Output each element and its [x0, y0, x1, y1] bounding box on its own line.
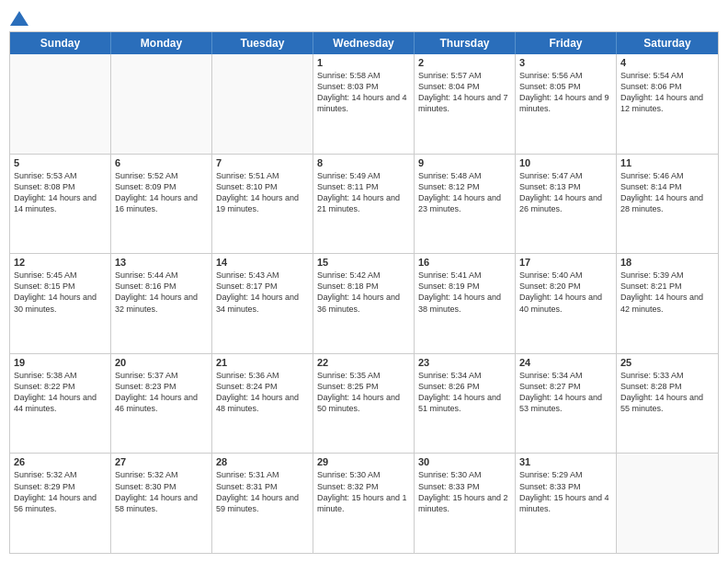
cal-cell: 24Sunrise: 5:34 AMSunset: 8:27 PMDayligh…: [516, 354, 617, 454]
day-number: 21: [216, 357, 309, 368]
cal-cell: 13Sunrise: 5:44 AMSunset: 8:16 PMDayligh…: [111, 254, 212, 353]
cal-cell: [617, 454, 718, 553]
logo-icon: [10, 9, 28, 28]
cal-cell: 8Sunrise: 5:49 AMSunset: 8:11 PMDaylight…: [313, 155, 415, 254]
cal-cell: 4Sunrise: 5:54 AMSunset: 8:06 PMDaylight…: [617, 54, 718, 154]
cell-info: Sunrise: 5:30 AMSunset: 8:32 PMDaylight:…: [317, 469, 410, 514]
cell-info: Sunrise: 5:33 AMSunset: 8:28 PMDaylight:…: [620, 370, 714, 415]
cal-cell: 31Sunrise: 5:29 AMSunset: 8:33 PMDayligh…: [516, 454, 617, 553]
day-number: 24: [519, 357, 612, 368]
cell-info: Sunrise: 5:38 AMSunset: 8:22 PMDaylight:…: [14, 370, 107, 415]
cell-info: Sunrise: 5:34 AMSunset: 8:27 PMDaylight:…: [519, 370, 612, 415]
cell-info: Sunrise: 5:36 AMSunset: 8:24 PMDaylight:…: [216, 370, 309, 415]
week-row-2: 5Sunrise: 5:53 AMSunset: 8:08 PMDaylight…: [10, 155, 718, 255]
cal-cell: [212, 54, 313, 154]
calendar-header: SundayMondayTuesdayWednesdayThursdayFrid…: [10, 32, 718, 54]
day-number: 27: [115, 456, 208, 467]
day-number: 30: [418, 456, 511, 467]
cal-cell: 6Sunrise: 5:52 AMSunset: 8:09 PMDaylight…: [111, 155, 212, 254]
cell-info: Sunrise: 5:51 AMSunset: 8:10 PMDaylight:…: [216, 170, 309, 215]
day-number: 8: [317, 157, 410, 168]
calendar-body: 1Sunrise: 5:58 AMSunset: 8:03 PMDaylight…: [10, 54, 718, 553]
cell-info: Sunrise: 5:45 AMSunset: 8:15 PMDaylight:…: [14, 270, 107, 315]
day-header-saturday: Saturday: [617, 32, 718, 54]
cell-info: Sunrise: 5:31 AMSunset: 8:31 PMDaylight:…: [216, 469, 309, 514]
day-number: 9: [418, 157, 511, 168]
cell-info: Sunrise: 5:34 AMSunset: 8:26 PMDaylight:…: [418, 370, 511, 415]
day-number: 26: [14, 456, 107, 467]
day-number: 2: [418, 57, 511, 68]
cell-info: Sunrise: 5:49 AMSunset: 8:11 PMDaylight:…: [317, 170, 410, 215]
logo: [9, 9, 28, 24]
cell-info: Sunrise: 5:46 AMSunset: 8:14 PMDaylight:…: [620, 170, 714, 215]
cell-info: Sunrise: 5:48 AMSunset: 8:12 PMDaylight:…: [418, 170, 511, 215]
cal-cell: 23Sunrise: 5:34 AMSunset: 8:26 PMDayligh…: [415, 354, 516, 454]
cell-info: Sunrise: 5:54 AMSunset: 8:06 PMDaylight:…: [620, 70, 714, 115]
cell-info: Sunrise: 5:47 AMSunset: 8:13 PMDaylight:…: [519, 170, 612, 215]
cal-cell: 27Sunrise: 5:32 AMSunset: 8:30 PMDayligh…: [111, 454, 212, 553]
day-number: 19: [14, 357, 107, 368]
cell-info: Sunrise: 5:35 AMSunset: 8:25 PMDaylight:…: [317, 370, 410, 415]
day-number: 23: [418, 357, 511, 368]
day-number: 3: [519, 57, 612, 68]
cell-info: Sunrise: 5:29 AMSunset: 8:33 PMDaylight:…: [519, 469, 612, 514]
day-number: 18: [620, 257, 714, 268]
week-row-3: 12Sunrise: 5:45 AMSunset: 8:15 PMDayligh…: [10, 254, 718, 354]
cell-info: Sunrise: 5:42 AMSunset: 8:18 PMDaylight:…: [317, 270, 410, 315]
cell-info: Sunrise: 5:43 AMSunset: 8:17 PMDaylight:…: [216, 270, 309, 315]
cal-cell: [10, 54, 111, 154]
cal-cell: 7Sunrise: 5:51 AMSunset: 8:10 PMDaylight…: [212, 155, 313, 254]
cell-info: Sunrise: 5:44 AMSunset: 8:16 PMDaylight:…: [115, 270, 208, 315]
cal-cell: 9Sunrise: 5:48 AMSunset: 8:12 PMDaylight…: [415, 155, 516, 254]
cell-info: Sunrise: 5:52 AMSunset: 8:09 PMDaylight:…: [115, 170, 208, 215]
day-number: 4: [620, 57, 714, 68]
week-row-5: 26Sunrise: 5:32 AMSunset: 8:29 PMDayligh…: [10, 454, 718, 553]
cal-cell: 18Sunrise: 5:39 AMSunset: 8:21 PMDayligh…: [617, 254, 718, 353]
cell-info: Sunrise: 5:32 AMSunset: 8:30 PMDaylight:…: [115, 469, 208, 514]
day-number: 11: [620, 157, 714, 168]
calendar: SundayMondayTuesdayWednesdayThursdayFrid…: [9, 31, 719, 554]
cal-cell: 10Sunrise: 5:47 AMSunset: 8:13 PMDayligh…: [516, 155, 617, 254]
day-number: 14: [216, 257, 309, 268]
day-number: 10: [519, 157, 612, 168]
day-number: 22: [317, 357, 410, 368]
cell-info: Sunrise: 5:57 AMSunset: 8:04 PMDaylight:…: [418, 70, 511, 115]
cal-cell: 16Sunrise: 5:41 AMSunset: 8:19 PMDayligh…: [415, 254, 516, 353]
cal-cell: 11Sunrise: 5:46 AMSunset: 8:14 PMDayligh…: [617, 155, 718, 254]
day-number: 7: [216, 157, 309, 168]
day-number: 17: [519, 257, 612, 268]
day-header-friday: Friday: [516, 32, 617, 54]
day-number: 13: [115, 257, 208, 268]
cal-cell: 5Sunrise: 5:53 AMSunset: 8:08 PMDaylight…: [10, 155, 111, 254]
cal-cell: 30Sunrise: 5:30 AMSunset: 8:33 PMDayligh…: [415, 454, 516, 553]
day-number: 28: [216, 456, 309, 467]
cal-cell: 20Sunrise: 5:37 AMSunset: 8:23 PMDayligh…: [111, 354, 212, 454]
cal-cell: 28Sunrise: 5:31 AMSunset: 8:31 PMDayligh…: [212, 454, 313, 553]
day-number: 29: [317, 456, 410, 467]
day-number: 12: [14, 257, 107, 268]
cal-cell: 12Sunrise: 5:45 AMSunset: 8:15 PMDayligh…: [10, 254, 111, 353]
cell-info: Sunrise: 5:30 AMSunset: 8:33 PMDaylight:…: [418, 469, 511, 514]
cal-cell: 1Sunrise: 5:58 AMSunset: 8:03 PMDaylight…: [313, 54, 415, 154]
cal-cell: 14Sunrise: 5:43 AMSunset: 8:17 PMDayligh…: [212, 254, 313, 353]
day-number: 20: [115, 357, 208, 368]
day-header-monday: Monday: [111, 32, 212, 54]
day-header-wednesday: Wednesday: [313, 32, 415, 54]
day-number: 15: [317, 257, 410, 268]
cell-info: Sunrise: 5:40 AMSunset: 8:20 PMDaylight:…: [519, 270, 612, 315]
cal-cell: 19Sunrise: 5:38 AMSunset: 8:22 PMDayligh…: [10, 354, 111, 454]
cal-cell: 29Sunrise: 5:30 AMSunset: 8:32 PMDayligh…: [313, 454, 415, 553]
cell-info: Sunrise: 5:58 AMSunset: 8:03 PMDaylight:…: [317, 70, 410, 115]
cal-cell: 22Sunrise: 5:35 AMSunset: 8:25 PMDayligh…: [313, 354, 415, 454]
day-number: 6: [115, 157, 208, 168]
week-row-1: 1Sunrise: 5:58 AMSunset: 8:03 PMDaylight…: [10, 54, 718, 155]
cell-info: Sunrise: 5:39 AMSunset: 8:21 PMDaylight:…: [620, 270, 714, 315]
day-header-thursday: Thursday: [415, 32, 516, 54]
cal-cell: 25Sunrise: 5:33 AMSunset: 8:28 PMDayligh…: [617, 354, 718, 454]
cal-cell: [111, 54, 212, 154]
cal-cell: 2Sunrise: 5:57 AMSunset: 8:04 PMDaylight…: [415, 54, 516, 154]
cell-info: Sunrise: 5:56 AMSunset: 8:05 PMDaylight:…: [519, 70, 612, 115]
day-number: 31: [519, 456, 612, 467]
cal-cell: 15Sunrise: 5:42 AMSunset: 8:18 PMDayligh…: [313, 254, 415, 353]
day-number: 5: [14, 157, 107, 168]
